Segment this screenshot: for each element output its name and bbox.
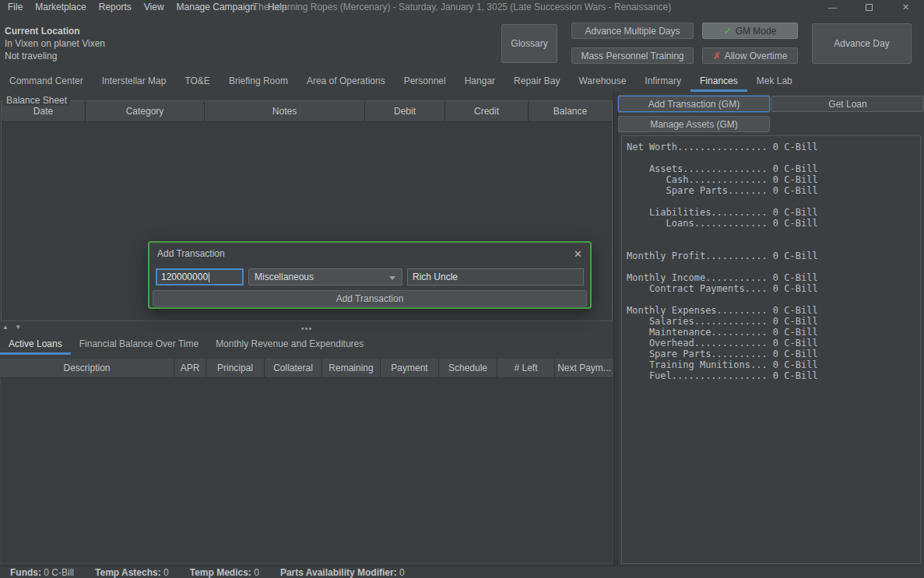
notes-input[interactable]: Rich Uncle — [407, 268, 584, 285]
allow-overtime-toggle[interactable]: ✗Allow Overtime — [702, 47, 798, 64]
financial-report-text: Net Worth................ 0 C-Bill Asset… — [622, 136, 920, 387]
balance-sheet-panel: Balance Sheet Date Category Notes Debit … — [0, 92, 613, 566]
current-location: Current Location In Vixen on planet Vixe… — [5, 25, 105, 62]
loans-header-row: Description APR Principal Collateral Rem… — [0, 359, 613, 378]
header: Current Location In Vixen on planet Vixe… — [0, 14, 924, 72]
text-cursor — [209, 272, 209, 282]
column-payment[interactable]: Payment — [381, 359, 439, 378]
main-tab-bar: Command Center Interstellar Map TO&E Bri… — [0, 72, 924, 92]
mass-personnel-training-button[interactable]: Mass Personnel Training — [571, 47, 694, 64]
loans-table-body[interactable] — [0, 378, 613, 563]
status-parts-availability-value: 0 — [399, 567, 405, 578]
column-num-left[interactable]: # Left — [497, 359, 555, 378]
status-funds: Funds: 0 C-Bill — [10, 567, 74, 578]
tab-finances[interactable]: Finances — [690, 72, 747, 92]
dialog-fields: 120000000 Miscellaneous Rich Uncle — [156, 268, 584, 285]
x-icon: ✗ — [713, 51, 721, 61]
add-transaction-gm-button[interactable]: Add Transaction (GM) — [618, 96, 770, 112]
tab-hangar[interactable]: Hangar — [455, 72, 504, 92]
status-temp-astechs-value: 0 — [163, 567, 169, 578]
tab-infirmary[interactable]: Infirmary — [635, 72, 690, 92]
financial-report-box: Net Worth................ 0 C-Bill Asset… — [621, 135, 921, 564]
location-heading: Current Location — [5, 25, 105, 37]
status-funds-value: 0 C-Bill — [44, 567, 74, 578]
chevron-down-icon — [389, 276, 395, 280]
finance-summary-panel: Add Transaction (GM) Get Loan Manage Ass… — [618, 92, 924, 566]
gm-mode-toggle[interactable]: ✓GM Mode — [702, 23, 798, 39]
category-selected-value: Miscellaneous — [255, 271, 314, 282]
advance-day-button[interactable]: Advance Day — [812, 23, 912, 64]
horizontal-splitter[interactable]: ▲ ▼ ••• — [0, 323, 613, 333]
maximize-icon[interactable] — [851, 0, 887, 14]
menu-view[interactable]: View — [138, 0, 170, 14]
tab-personnel[interactable]: Personnel — [395, 72, 455, 92]
statusbar: Funds: 0 C-Bill Temp Astechs: 0 Temp Med… — [0, 566, 924, 578]
tab-warehouse[interactable]: Warehouse — [569, 72, 635, 92]
location-line1: In Vixen on planet Vixen — [5, 37, 105, 50]
column-collateral[interactable]: Collateral — [265, 359, 322, 378]
check-icon: ✓ — [724, 26, 732, 37]
tab-active-loans[interactable]: Active Loans — [0, 335, 71, 355]
status-temp-astechs: Temp Astechs: 0 — [95, 567, 169, 578]
status-parts-availability-label: Parts Availability Modifier: — [280, 567, 397, 578]
dialog-title: Add Transaction — [157, 248, 225, 259]
menu-help[interactable]: Help — [262, 0, 293, 14]
gm-mode-label: GM Mode — [736, 26, 777, 37]
tab-financial-balance-over-time[interactable]: Financial Balance Over Time — [71, 335, 207, 355]
category-dropdown[interactable]: Miscellaneous — [248, 268, 402, 285]
column-debit[interactable]: Debit — [365, 101, 445, 122]
menubar: File Marketplace Reports View Manage Cam… — [0, 0, 293, 14]
balance-sheet-legend: Balance Sheet — [3, 95, 70, 106]
close-icon[interactable]: ✕ — [887, 0, 924, 14]
menu-reports[interactable]: Reports — [93, 0, 138, 14]
dialog-title-row: Add Transaction ✕ — [157, 248, 582, 259]
window-controls: — ✕ — [814, 0, 924, 14]
header-actions: Glossary Advance Multiple Days ✓GM Mode … — [501, 23, 912, 64]
status-temp-medics-label: Temp Medics: — [190, 567, 251, 578]
tab-monthly-revenue-expenditures[interactable]: Monthly Revenue and Expenditures — [207, 335, 372, 355]
column-next-payment[interactable]: Next Paym... — [555, 359, 613, 378]
tab-mek-lab[interactable]: Mek Lab — [747, 72, 802, 92]
status-temp-medics: Temp Medics: 0 — [190, 567, 259, 578]
column-description[interactable]: Description — [0, 359, 174, 378]
get-loan-button[interactable]: Get Loan — [771, 96, 924, 112]
campaign-options-grid: Advance Multiple Days ✓GM Mode Mass Pers… — [571, 23, 798, 64]
tab-area-of-operations[interactable]: Area of Operations — [297, 72, 395, 92]
glossary-button[interactable]: Glossary — [501, 24, 557, 63]
amount-value: 120000000 — [161, 271, 208, 282]
tab-briefing-room[interactable]: Briefing Room — [220, 72, 297, 92]
active-loans-table: Description APR Principal Collateral Rem… — [0, 359, 613, 563]
allow-overtime-label: Allow Overtime — [725, 51, 788, 61]
advance-multiple-days-button[interactable]: Advance Multiple Days — [571, 23, 694, 39]
splitter-grip-icon[interactable]: ••• — [0, 325, 613, 331]
column-remaining[interactable]: Remaining — [322, 359, 381, 378]
column-schedule[interactable]: Schedule — [439, 359, 497, 378]
minimize-icon[interactable]: — — [814, 0, 851, 14]
menu-marketplace[interactable]: Marketplace — [29, 0, 92, 14]
menu-manage-campaign[interactable]: Manage Campaign — [170, 0, 262, 14]
tab-command-center[interactable]: Command Center — [0, 72, 93, 92]
balance-sheet-header-row: Date Category Notes Debit Credit Balance — [2, 101, 612, 122]
menu-file[interactable]: File — [2, 0, 29, 14]
titlebar: File Marketplace Reports View Manage Cam… — [0, 0, 924, 14]
mekhq-window: File Marketplace Reports View Manage Cam… — [0, 0, 924, 578]
dialog-add-transaction-button[interactable]: Add Transaction — [153, 290, 587, 307]
notes-value: Rich Uncle — [413, 271, 458, 282]
column-apr[interactable]: APR — [174, 359, 206, 378]
tab-toe[interactable]: TO&E — [175, 72, 219, 92]
maximize-box-shape — [866, 4, 873, 11]
column-notes[interactable]: Notes — [205, 101, 365, 122]
finances-content: Balance Sheet Date Category Notes Debit … — [0, 92, 924, 566]
column-category[interactable]: Category — [86, 101, 205, 122]
add-transaction-dialog: Add Transaction ✕ 120000000 Miscellaneou… — [148, 241, 592, 309]
location-line2: Not traveling — [5, 50, 105, 62]
tab-repair-bay[interactable]: Repair Bay — [504, 72, 569, 92]
column-credit[interactable]: Credit — [445, 101, 529, 122]
manage-assets-gm-button[interactable]: Manage Assets (GM) — [618, 116, 770, 132]
tab-interstellar-map[interactable]: Interstellar Map — [93, 72, 176, 92]
finance-sub-tab-bar: Active Loans Financial Balance Over Time… — [0, 335, 613, 355]
column-balance[interactable]: Balance — [529, 101, 612, 122]
column-principal[interactable]: Principal — [206, 359, 265, 378]
amount-input[interactable]: 120000000 — [156, 268, 244, 285]
dialog-close-icon[interactable]: ✕ — [574, 249, 582, 259]
